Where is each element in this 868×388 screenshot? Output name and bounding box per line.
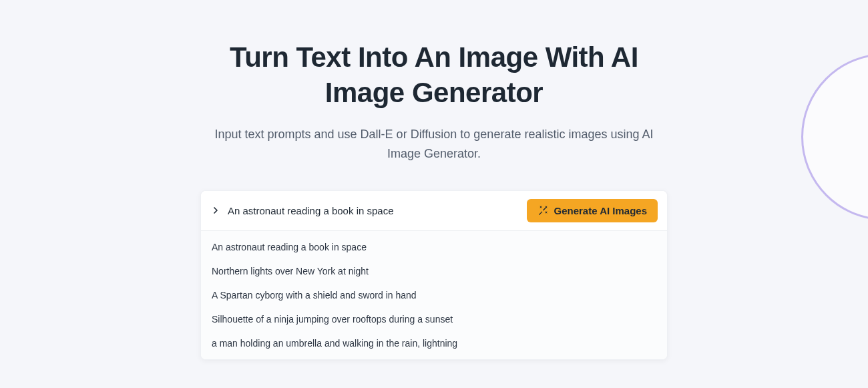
suggestion-item[interactable]: Northern lights over New York at night — [201, 259, 667, 283]
suggestion-item[interactable]: A Spartan cyborg with a shield and sword… — [201, 283, 667, 307]
prompt-card: Generate AI Images An astronaut reading … — [200, 190, 668, 360]
prompt-input-area — [210, 205, 527, 216]
suggestions-list: An astronaut reading a book in space Nor… — [201, 231, 667, 359]
wand-icon — [537, 205, 548, 216]
generate-button[interactable]: Generate AI Images — [527, 199, 658, 222]
hero-container: Turn Text Into An Image With AI Image Ge… — [200, 0, 668, 360]
decorative-circle — [801, 53, 868, 220]
generate-button-label: Generate AI Images — [554, 205, 647, 216]
suggestion-item[interactable]: An astronaut reading a book in space — [201, 235, 667, 259]
prompt-input-row: Generate AI Images — [201, 191, 667, 231]
suggestion-item[interactable]: a man holding an umbrella and walking in… — [201, 331, 667, 355]
page-subtitle: Input text prompts and use Dall-E or Dif… — [200, 125, 668, 164]
page-title: Turn Text Into An Image With AI Image Ge… — [200, 40, 668, 110]
prompt-input[interactable] — [228, 205, 527, 216]
chevron-right-icon — [210, 205, 221, 216]
suggestion-item[interactable]: Silhouette of a ninja jumping over rooft… — [201, 307, 667, 331]
